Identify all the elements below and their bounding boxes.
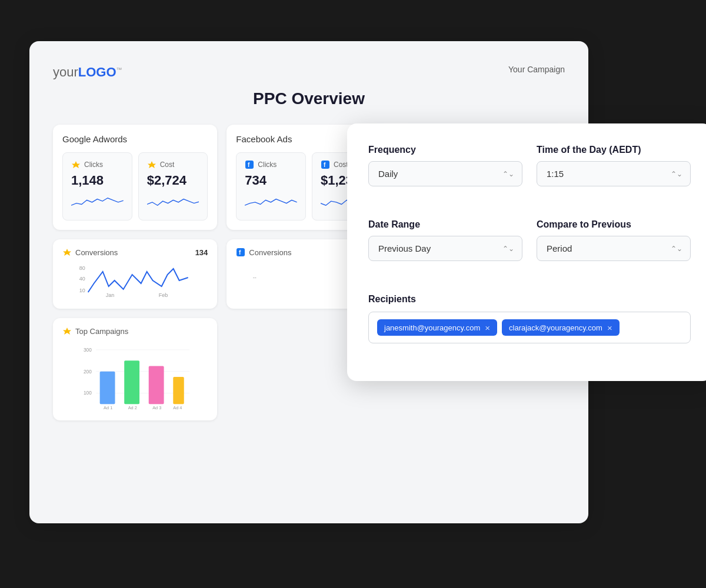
google-clicks-header: Clicks	[71, 160, 124, 169]
top-campaigns-label: Top Campaigns	[75, 327, 128, 336]
svg-text:40: 40	[79, 276, 85, 282]
date-range-section: Date Range Previous Day Last 7 Days Last…	[368, 219, 522, 261]
google-cost-label: Cost	[160, 161, 175, 169]
facebook-icon: f	[245, 160, 254, 169]
google-conv-count: 134	[195, 248, 208, 257]
google-conv-icon	[62, 248, 72, 257]
google-cost-value: $2,724	[147, 173, 199, 188]
google-clicks-card: Clicks 1,148	[62, 152, 132, 220]
svg-text:Ad 3: Ad 3	[152, 405, 161, 410]
logo-bold: LOGO	[78, 65, 116, 79]
modal-row-1: Frequency Daily Weekly Monthly ⌃⌄ Time o…	[368, 145, 691, 203]
google-conv-chart: 80 40 10 Jan Feb	[62, 263, 208, 298]
recipient-remove-0[interactable]: ×	[485, 323, 490, 332]
top-campaigns-icon	[62, 326, 72, 336]
top-campaigns-card: Top Campaigns 300 200 100	[53, 318, 217, 420]
google-metrics-row: Clicks 1,148 Cost	[62, 152, 208, 220]
svg-text:200: 200	[84, 369, 92, 375]
recipient-remove-1[interactable]: ×	[607, 323, 612, 332]
svg-text:--: --	[253, 275, 257, 280]
svg-text:10: 10	[79, 288, 85, 293]
frequency-section: Frequency Daily Weekly Monthly ⌃⌄	[368, 145, 522, 186]
google-conv-header: Conversions 134	[62, 248, 208, 257]
google-cost-header: Cost	[147, 160, 199, 169]
svg-rect-24	[124, 360, 139, 404]
date-range-select[interactable]: Previous Day Last 7 Days Last 30 Days	[368, 236, 522, 261]
google-clicks-value: 1,148	[71, 173, 124, 188]
google-icon	[71, 160, 81, 169]
facebook-conv-icon: f	[236, 248, 245, 257]
facebook-conv-title: f Conversions	[236, 248, 291, 257]
google-cost-icon	[147, 160, 156, 169]
logo-sup: ™	[116, 66, 122, 73]
campaign-label: Your Campaign	[508, 65, 565, 74]
date-range-select-wrapper: Previous Day Last 7 Days Last 30 Days ⌃⌄	[368, 236, 522, 261]
logo: yourLOGO™	[53, 65, 122, 80]
svg-text:Ad 4: Ad 4	[173, 405, 182, 410]
date-range-label: Date Range	[368, 219, 522, 230]
top-campaigns-title: Top Campaigns	[62, 326, 208, 336]
frequency-select-wrapper: Daily Weekly Monthly ⌃⌄	[368, 161, 522, 186]
svg-text:80: 80	[79, 265, 85, 271]
logo-light: your	[53, 65, 78, 79]
bar-chart-svg: 300 200 100	[62, 342, 208, 412]
recipient-email-0: janesmith@youragency.com	[384, 323, 480, 332]
recipients-section: Recipients janesmith@youragency.com × cl…	[368, 294, 691, 343]
facebook-clicks-header: f Clicks	[245, 160, 297, 169]
recipients-container[interactable]: janesmith@youragency.com × clarajack@you…	[368, 312, 691, 343]
svg-text:Ad 1: Ad 1	[104, 405, 112, 410]
google-cost-card: Cost $2,724	[138, 152, 208, 220]
facebook-cost-icon: f	[321, 160, 330, 169]
logo-area: yourLOGO™ Your Campaign	[53, 65, 565, 80]
google-conversions-card: Conversions 134 80 40 10 Jan Feb	[53, 239, 217, 309]
compare-label: Compare to Previous	[537, 219, 691, 230]
svg-marker-16	[63, 328, 71, 335]
google-conv-title: Conversions	[62, 248, 118, 257]
frequency-select[interactable]: Daily Weekly Monthly	[368, 161, 522, 186]
outer-container: yourLOGO™ Your Campaign PPC Overview Goo…	[29, 29, 677, 559]
frequency-label: Frequency	[368, 145, 522, 155]
bar-chart-area: 300 200 100	[62, 342, 208, 412]
svg-text:Feb: Feb	[159, 292, 168, 298]
facebook-clicks-label: Clicks	[258, 161, 277, 169]
facebook-clicks-sparkline	[245, 193, 297, 211]
svg-text:Jan: Jan	[106, 292, 115, 298]
svg-text:Ad 2: Ad 2	[128, 405, 137, 410]
modal-row-2: Date Range Previous Day Last 7 Days Last…	[368, 219, 691, 278]
google-clicks-sparkline	[71, 193, 124, 211]
recipient-tag-0[interactable]: janesmith@youragency.com ×	[377, 319, 497, 336]
google-cost-sparkline	[147, 193, 199, 211]
facebook-clicks-card: f Clicks 734	[236, 152, 306, 220]
google-clicks-label: Clicks	[84, 161, 103, 169]
modal-overlay: Frequency Daily Weekly Monthly ⌃⌄ Time o…	[347, 123, 706, 381]
svg-text:300: 300	[84, 347, 92, 353]
facebook-clicks-value: 734	[245, 173, 297, 188]
compare-select[interactable]: Period Year Month	[537, 236, 691, 261]
recipients-label: Recipients	[368, 294, 691, 305]
time-select-wrapper: 1:15 2:00 3:00 ⌃⌄	[537, 161, 691, 186]
platform-title-google: Google Adwords	[62, 134, 208, 144]
svg-rect-26	[173, 377, 184, 404]
compare-section: Compare to Previous Period Year Month ⌃⌄	[537, 219, 691, 261]
svg-marker-0	[72, 161, 80, 168]
svg-rect-23	[100, 372, 115, 404]
page-title: PPC Overview	[53, 89, 565, 108]
facebook-cost-label: Cost	[334, 161, 348, 169]
svg-rect-25	[149, 366, 164, 405]
svg-marker-6	[63, 249, 71, 256]
time-section: Time of the Day (AEDT) 1:15 2:00 3:00 ⌃⌄	[537, 145, 691, 186]
svg-marker-1	[148, 161, 156, 168]
compare-select-wrapper: Period Year Month ⌃⌄	[537, 236, 691, 261]
recipient-email-1: clarajack@youragency.com	[509, 323, 602, 332]
recipient-tag-1[interactable]: clarajack@youragency.com ×	[502, 319, 620, 336]
facebook-conv-label: Conversions	[249, 248, 291, 257]
time-select[interactable]: 1:15 2:00 3:00	[537, 161, 691, 186]
platform-google: Google Adwords Clicks 1,148	[53, 125, 217, 230]
google-conv-label: Conversions	[75, 248, 118, 257]
time-label: Time of the Day (AEDT)	[537, 145, 691, 155]
svg-text:100: 100	[84, 390, 92, 396]
